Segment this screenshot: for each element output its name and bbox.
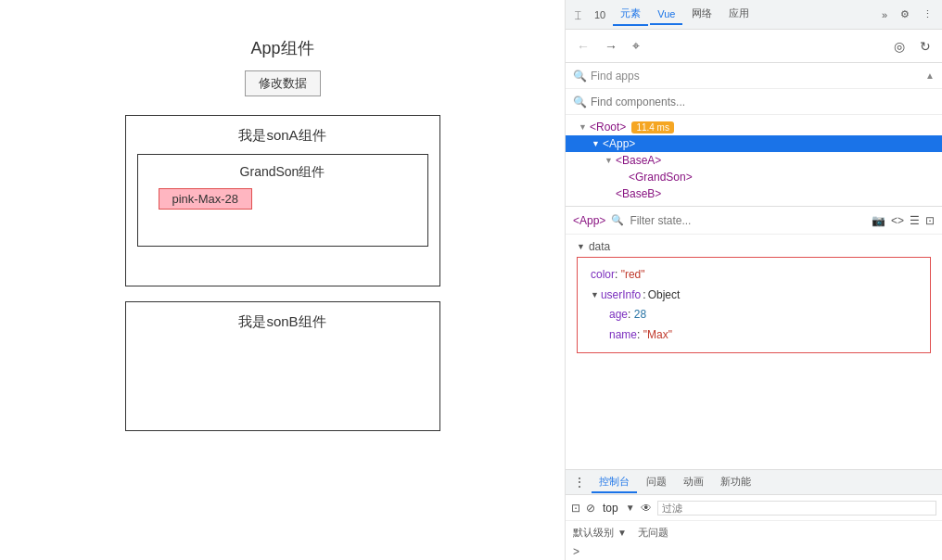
state-panel: <App> 🔍 📷 <> ☰ ⊡ ▼ data color: "red" ▼ bbox=[566, 207, 942, 469]
find-components-icon: 🔍 bbox=[573, 95, 587, 108]
root-tag: <Root> bbox=[590, 121, 626, 134]
app-title: App组件 bbox=[250, 37, 313, 59]
baseb-tag: <BaseB> bbox=[616, 187, 661, 200]
find-components-input[interactable] bbox=[591, 95, 935, 108]
block-icon[interactable]: ⊡ bbox=[571, 502, 580, 515]
son-a-label: 我是sonA组件 bbox=[137, 127, 428, 145]
data-triangle: ▼ bbox=[577, 242, 585, 251]
find-components-row[interactable]: 🔍 bbox=[566, 89, 942, 115]
console-dots-icon[interactable]: ⋮ bbox=[569, 473, 590, 491]
component-tree: ▼ <Root> 11.4 ms ▼ <App> ▼ <BaseA> <Gran… bbox=[566, 115, 942, 207]
elements-tab-icon[interactable]: 10 bbox=[589, 6, 611, 24]
tree-item-basea[interactable]: ▼ <BaseA> bbox=[566, 152, 942, 169]
son-a-box: 我是sonA组件 GrandSon组件 pink-Max-28 bbox=[125, 115, 440, 286]
more-icon[interactable]: ⊡ bbox=[925, 214, 935, 227]
back-button[interactable]: ← bbox=[573, 37, 593, 56]
inspect-tree-button[interactable]: ⌖ bbox=[629, 36, 643, 56]
target-button[interactable]: ◎ bbox=[890, 37, 909, 56]
state-search-icon: 🔍 bbox=[611, 214, 624, 226]
console-tabs: ⋮ 控制台 问题 动画 新功能 bbox=[566, 469, 942, 495]
eye-icon[interactable]: 👁 bbox=[641, 502, 652, 515]
grandson-tag: <GrandSon> bbox=[629, 171, 693, 184]
data-text: data bbox=[589, 240, 610, 253]
settings-icon[interactable]: ⚙ bbox=[895, 5, 915, 24]
basea-tag: <BaseA> bbox=[616, 154, 661, 167]
app-tag: <App> bbox=[603, 137, 635, 150]
list-icon[interactable]: ☰ bbox=[910, 214, 920, 227]
top-label: top bbox=[601, 502, 620, 515]
no-entry-icon[interactable]: ⊘ bbox=[586, 502, 595, 515]
son-b-box: 我是sonB组件 bbox=[125, 301, 440, 431]
find-apps-text: Find apps bbox=[591, 70, 640, 83]
state-icons: 📷 <> ☰ ⊡ bbox=[872, 214, 935, 227]
userinfo-row: ▼ userInfo: Object bbox=[591, 286, 917, 306]
devtools-top-tabs: ⌶ 10 元素 Vue 网络 应用 » ⚙ ⋮ bbox=[566, 0, 942, 30]
tab-issues[interactable]: 问题 bbox=[639, 472, 674, 493]
camera-icon[interactable]: 📷 bbox=[872, 214, 885, 227]
console-level-row: 默认级别 ▼ 无问题 bbox=[566, 521, 942, 543]
color-row: color: "red" bbox=[591, 265, 917, 286]
tree-item-grandson[interactable]: <GrandSon> bbox=[566, 169, 942, 185]
name-row: name: "Max" bbox=[591, 325, 917, 346]
tab-console[interactable]: 控制台 bbox=[592, 472, 637, 493]
tree-item-root[interactable]: ▼ <Root> 11.4 ms bbox=[566, 119, 942, 135]
console-toolbar: ⊡ ⊘ top ▼ 👁 bbox=[566, 495, 942, 521]
find-apps-arrow: ▲ bbox=[925, 70, 935, 81]
state-app-tag: <App> bbox=[573, 214, 605, 227]
cursor-icon[interactable]: ⌶ bbox=[569, 6, 587, 24]
no-issues-text: 无问题 bbox=[638, 526, 668, 540]
console-filter-input[interactable] bbox=[657, 501, 936, 515]
tab-network[interactable]: 网络 bbox=[684, 3, 719, 26]
state-filter-input[interactable] bbox=[630, 214, 866, 227]
modify-button[interactable]: 修改数据 bbox=[245, 70, 321, 96]
tab-animation[interactable]: 动画 bbox=[676, 472, 711, 493]
pink-badge: pink-Max-28 bbox=[159, 188, 253, 210]
grandson-label: GrandSon组件 bbox=[147, 164, 418, 181]
forward-button[interactable]: → bbox=[601, 37, 621, 56]
refresh-button[interactable]: ↻ bbox=[916, 37, 935, 56]
chevron-row: > bbox=[566, 543, 942, 560]
level-label: 默认级别 bbox=[573, 526, 614, 540]
tree-item-baseb[interactable]: <BaseB> bbox=[566, 185, 942, 202]
tab-vue[interactable]: Vue bbox=[650, 5, 682, 25]
code-icon[interactable]: <> bbox=[891, 214, 904, 227]
console-chevron: > bbox=[573, 545, 579, 558]
find-apps-row: 🔍 Find apps ▲ bbox=[566, 63, 942, 89]
tree-item-app[interactable]: ▼ <App> bbox=[566, 135, 942, 152]
age-row: age: 28 bbox=[591, 305, 917, 325]
left-panel: App组件 修改数据 我是sonA组件 GrandSon组件 pink-Max-… bbox=[0, 0, 566, 560]
search-icon: 🔍 bbox=[573, 70, 587, 83]
state-header: <App> 🔍 📷 <> ☰ ⊡ bbox=[566, 207, 942, 235]
tab-elements[interactable]: 元素 bbox=[613, 3, 648, 26]
tab-new-features[interactable]: 新功能 bbox=[713, 472, 758, 493]
grandson-box: GrandSon组件 pink-Max-28 bbox=[137, 154, 428, 247]
tab-application[interactable]: 应用 bbox=[721, 3, 757, 26]
level-dropdown[interactable]: ▼ bbox=[617, 528, 627, 538]
kebab-icon[interactable]: ⋮ bbox=[917, 5, 938, 24]
more-tabs-icon[interactable]: » bbox=[876, 6, 893, 24]
data-label: ▼ data bbox=[577, 240, 931, 253]
data-section: ▼ data color: "red" ▼ userInfo: Object a… bbox=[566, 235, 942, 359]
userinfo-triangle[interactable]: ▼ bbox=[591, 287, 599, 302]
devtools-nav: ← → ⌖ ◎ ↻ bbox=[566, 30, 942, 63]
data-box: color: "red" ▼ userInfo: Object age: 28 … bbox=[577, 257, 931, 353]
son-b-label: 我是sonB组件 bbox=[137, 313, 428, 331]
top-dropdown[interactable]: ▼ bbox=[626, 503, 635, 513]
right-panel: ⌶ 10 元素 Vue 网络 应用 » ⚙ ⋮ ← → ⌖ ◎ ↻ 🔍 Find… bbox=[566, 0, 942, 560]
root-badge: 11.4 ms bbox=[631, 121, 674, 134]
